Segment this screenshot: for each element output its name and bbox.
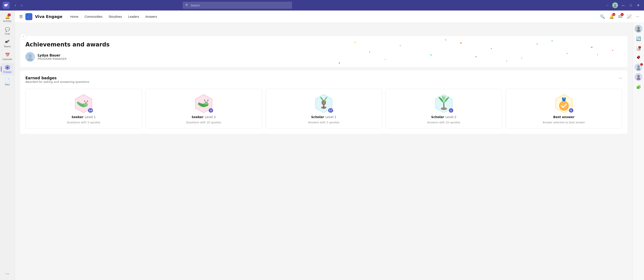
collapse-sidebar-button[interactable]: ‹ [20,33,26,39]
badge-card-bestanswer[interactable]: 5 Best answer Answer selected as best an… [506,89,622,129]
teams-sidebar: 🔔 1 Activity 💬 Chat Teams 📅 Calender [0,11,15,280]
nav-analytics-button[interactable]: 📈 [626,13,633,20]
svg-point-61 [636,78,640,80]
content-area: ‹ [15,23,644,280]
svg-point-21 [85,104,86,104]
nav-forward-button[interactable]: › [20,3,24,8]
badge-level-seeker1: Level 1 [85,115,96,119]
nav-more-button[interactable]: ··· [634,13,640,20]
right-sidebar-item-heart[interactable]: ❤️ ! [634,53,643,62]
activity-badge: 1 [8,13,11,17]
sidebar-label-files: Files [5,83,10,86]
sidebar-item-files[interactable]: 📄 Files [1,76,14,88]
right-sidebar-item-refresh[interactable]: 🔄 [634,34,643,43]
badges-header: Earned badges Awarded for asking and ans… [26,76,622,88]
badges-more-button[interactable]: ··· [619,76,622,80]
badge-name-row-seeker1: Seeker Level 1 [72,115,96,119]
badges-subtitle: Awarded for asking and answering questio… [26,80,89,83]
right-sidebar: 🔄 📊 ! ❤️ ! [632,23,644,280]
profile-header: Achievements and awards Lydya Bauer PROG… [20,36,628,67]
svg-point-56 [637,27,640,29]
svg-point-59 [636,68,640,71]
badge-name-row-bestanswer: Best answer [553,115,574,119]
sidebar-item-calendar[interactable]: 📅 Calender [1,50,14,62]
badge-count-scholar1: 17 [328,108,333,113]
badge-card-scholar2[interactable]: 1 Scholar Level 2 Answers with 10 upvote… [386,89,502,129]
nav-communities[interactable]: Communities [82,14,105,20]
svg-rect-1 [6,4,8,6]
right-sidebar-avatar2[interactable]: ! [634,63,643,72]
svg-point-41 [201,104,202,105]
nav-answers[interactable]: Answers [142,14,160,20]
nav-search-button[interactable]: 🔍 [599,13,606,20]
activity-icon: 🔔 1 [5,14,10,19]
teams-icon [5,39,10,45]
badges-title: Earned badges [26,76,89,80]
nav-storylines[interactable]: Storylines [106,14,124,20]
badge-name-seeker1: Seeker [72,115,83,119]
chat-icon: 💬 [5,27,10,32]
svg-point-32 [204,102,208,106]
top-nav-right: 🔍 🔔 12 🖂 5 📈 ··· [599,13,640,20]
badge-icon-bestanswer: 5 [554,93,574,113]
sidebar-item-engage[interactable]: Engage [1,63,14,75]
svg-point-12 [28,54,32,58]
heart-badge: ! [638,56,640,58]
right-avatar-1 [634,25,642,33]
hamburger-button[interactable]: ☰ [18,13,24,20]
badge-level-scholar1: Level 1 [325,115,336,119]
badge-name-row-scholar2: Scholar Level 2 [431,115,456,119]
chart-badge: ! [638,46,641,49]
badge-desc-seeker1: Questions with 3 upvotes [67,121,100,124]
svg-point-57 [636,29,640,32]
nav-leaders[interactable]: Leaders [126,14,142,20]
badge-card-scholar1[interactable]: 17 Scholar Level 1 Answers with 3 upvote… [266,89,382,129]
nav-back-button[interactable]: ‹ [13,3,18,8]
maximize-button[interactable]: □ [628,3,634,8]
right-sidebar-avatar1[interactable] [634,25,643,33]
badge-desc-scholar1: Answers with 3 upvotes [308,121,339,124]
calendar-icon: 📅 [5,52,10,57]
badge-card-seeker1[interactable]: 19 Seeker Level 1 Questions with 3 upvot… [26,89,142,129]
nav-notifications-button[interactable]: 🔔 12 [608,13,615,20]
nav-home[interactable]: Home [68,14,81,20]
nav-mail-button[interactable]: 🖂 5 [617,13,624,20]
badge-desc-scholar2: Answers with 10 upvotes [427,121,460,124]
badge-card-seeker2[interactable]: 3 Seeker Level 2 Questions with 10 upvot… [146,89,262,129]
svg-point-31 [198,102,200,105]
avatar [26,52,35,62]
svg-marker-8 [6,66,9,69]
badge-icon-seeker2: 3 [194,93,214,113]
svg-point-50 [441,107,447,110]
badge-icon-seeker1: 19 [74,93,94,113]
more-options-button[interactable]: ··· [604,3,610,8]
svg-point-2 [614,4,616,6]
badge-name-scholar1: Scholar [311,115,324,119]
sidebar-item-activity[interactable]: 🔔 1 Activity [1,12,14,24]
svg-point-34 [206,103,206,104]
sidebar-more-button[interactable]: ··· [4,269,11,278]
refresh-icon: 🔄 [636,36,641,41]
minimize-button[interactable]: — [620,3,626,8]
close-button[interactable]: ✕ [635,3,642,8]
profile-info: Lydya Bauer PROGRAM MANAGER [26,52,622,62]
svg-point-27 [87,101,88,101]
badges-section: Earned badges Awarded for asking and ans… [20,71,628,134]
search-input[interactable] [191,4,290,7]
nav-search-icon: 🔍 [600,15,605,19]
svg-point-11 [28,17,29,18]
nav-links: Home Communities Storylines Leaders Answ… [68,14,160,20]
svg-point-25 [84,101,85,101]
sidebar-label-teams: Teams [4,45,11,48]
profile-role: PROGRAM MANAGER [38,57,67,60]
right-sidebar-avatar3[interactable] [634,73,643,81]
right-sidebar-item-chart[interactable]: 📊 ! [634,44,643,53]
sidebar-item-chat[interactable]: 💬 Chat [1,25,14,37]
user-avatar-title[interactable] [612,2,618,8]
badge-name-scholar2: Scholar [431,115,444,119]
badge-desc-bestanswer: Answer selected as best answer [543,121,585,124]
title-search-box[interactable]: 🔍 [183,2,292,9]
right-sidebar-item-puzzle[interactable]: 🧩 [634,82,643,91]
right-avatar-3 [634,73,642,81]
sidebar-item-teams[interactable]: Teams [1,38,14,50]
